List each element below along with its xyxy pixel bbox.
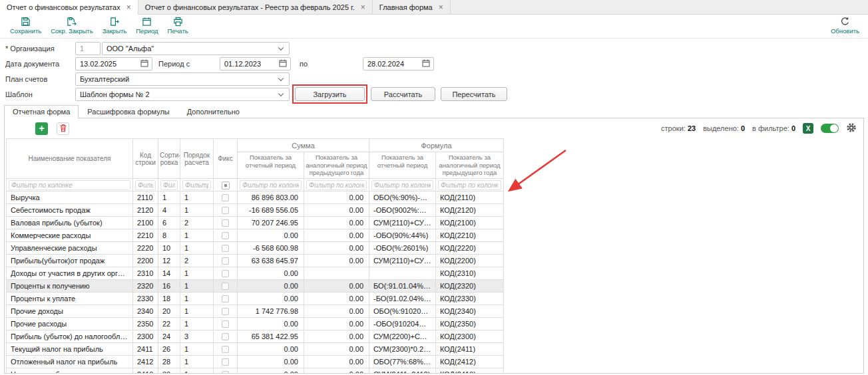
cell-formula_report[interactable]: ОБО(%:90%)-ОБО(9... [369, 191, 436, 204]
tab-additional[interactable]: Дополнительно [178, 105, 248, 118]
cell-formula_prev[interactable]: КОД(2330) [436, 293, 504, 305]
cell-order[interactable]: 1 [180, 305, 214, 318]
cell-sum_prev[interactable]: 0.00 [304, 305, 369, 318]
col-header-sum-report[interactable]: Показатель за отчетный период [238, 152, 304, 179]
save-close-button[interactable]: Сокр. Закрыть [46, 16, 97, 35]
cell-sort[interactable]: 20 [158, 305, 180, 318]
cell-code[interactable]: 2100 [133, 217, 158, 229]
cell-fixed[interactable] [214, 242, 238, 255]
table-row[interactable]: Текущий налог на прибыль24112610.000.00С… [7, 343, 504, 356]
cell-sort[interactable]: 16 [158, 280, 180, 293]
col-header-formula-report[interactable]: Показатель за отчетный период [369, 152, 436, 179]
table-row[interactable]: Проценты к получению23201610.000.00БО(:9… [7, 280, 504, 293]
cell-formula_report[interactable]: СУМ(2200)+СУМ(23... [369, 330, 436, 343]
fixed-checkbox[interactable] [222, 257, 229, 265]
cell-sort[interactable]: 4 [158, 204, 180, 217]
cell-sum_prev[interactable]: 0.00 [304, 356, 369, 368]
fixed-checkbox[interactable] [222, 194, 229, 201]
cell-formula_report[interactable] [369, 267, 436, 280]
cell-code[interactable]: 2310 [133, 267, 158, 280]
cell-code[interactable]: 2110 [133, 191, 158, 204]
fixed-checkbox[interactable] [222, 283, 229, 290]
cell-formula_prev[interactable]: КОД(2210) [436, 229, 504, 242]
cell-formula_report[interactable]: СУМ(2110)+СУМ(21... [369, 255, 436, 267]
cell-sum_report[interactable]: 0.00 [238, 343, 304, 356]
fixed-checkbox[interactable] [222, 232, 229, 239]
filter-input-sum-report[interactable] [240, 180, 302, 190]
cell-fixed[interactable] [214, 356, 238, 368]
cell-sum_prev[interactable]: 0.00 [304, 318, 369, 330]
table-row[interactable]: Коммерческие расходы2210810.000.00-ОБО(9… [7, 229, 504, 242]
cell-formula_prev[interactable]: КОД(2411) [436, 343, 504, 356]
table-row[interactable]: Валовая прибыль (убыток)21006270 207 246… [7, 217, 504, 229]
table-row[interactable]: Налог на прибыль24103010.000.00СУМ(2411,… [7, 368, 504, 374]
fixed-checkbox[interactable] [222, 207, 229, 214]
cell-name[interactable]: Отложенный налог на прибыль [7, 356, 133, 368]
filter-input-formula-prev[interactable] [438, 180, 501, 190]
print-button[interactable]: Печать [163, 16, 193, 35]
col-header-name[interactable]: Наименование показателя [7, 139, 133, 179]
window-tab-main-form[interactable]: Главная форма × [373, 0, 451, 15]
cell-fixed[interactable] [214, 293, 238, 305]
table-row[interactable]: Прочие доходы23402011 742 776.980.00ОБО(… [7, 305, 504, 318]
table-row[interactable]: Отложенный налог на прибыль24122810.000.… [7, 356, 504, 368]
filter-input-sort[interactable] [160, 180, 178, 190]
table-row[interactable]: Прибыль(убыток)от продаж220012263 638 64… [7, 255, 504, 267]
cell-fixed[interactable] [214, 343, 238, 356]
cell-formula_report[interactable]: БО(:91.01.04%:::245... [369, 280, 436, 293]
cell-formula_prev[interactable]: КОД(2110) [436, 191, 504, 204]
cell-formula_prev[interactable]: КОД(2300) [436, 330, 504, 343]
cell-name[interactable]: Управленческие расходы [7, 242, 133, 255]
cell-formula_report[interactable]: -ОБО(%:2601%) [369, 242, 436, 255]
cell-formula_report[interactable]: СУМ(2300)*0.2+СУ... [369, 343, 436, 356]
cell-formula_prev[interactable]: КОД(2340) [436, 305, 504, 318]
cell-sum_prev[interactable]: 0.00 [304, 217, 369, 229]
cell-code[interactable]: 2220 [133, 242, 158, 255]
cell-sum_report[interactable]: 0.00 [238, 318, 304, 330]
table-row[interactable]: Управленческие расходы2220101-6 568 600.… [7, 242, 504, 255]
table-row[interactable]: Прочие расходы23502210.000.00-ОБО(910204… [7, 318, 504, 330]
table-row[interactable]: Прибыль (убыток) до налогообложения23002… [7, 330, 504, 343]
close-button[interactable]: Закрыть [98, 16, 132, 35]
cell-sort[interactable]: 1 [158, 191, 180, 204]
cell-sort[interactable]: 12 [158, 255, 180, 267]
cell-code[interactable]: 2350 [133, 318, 158, 330]
cell-sort[interactable]: 28 [158, 356, 180, 368]
tab-close-icon[interactable]: × [361, 3, 365, 11]
table-row[interactable]: Проценты к уплате23301810.000.00-БО(91.0… [7, 293, 504, 305]
cell-sort[interactable]: 24 [158, 330, 180, 343]
tab-formula-decoding[interactable]: Расшифровка формулы [79, 105, 178, 118]
cell-fixed[interactable] [214, 229, 238, 242]
cell-sort[interactable]: 10 [158, 242, 180, 255]
window-tab-registry[interactable]: Отчет о финансовых результатах - Реестр … [138, 0, 373, 15]
cell-sum_report[interactable]: 0.00 [238, 356, 304, 368]
view-toggle[interactable] [821, 124, 839, 133]
fixed-checkbox[interactable] [222, 333, 229, 340]
tab-close-icon[interactable]: × [439, 3, 443, 11]
cell-sum_report[interactable]: 1 742 776.98 [238, 305, 304, 318]
cell-fixed[interactable] [214, 217, 238, 229]
cell-name[interactable]: Прибыль (убыток) до налогообложения [7, 330, 133, 343]
cell-order[interactable]: 3 [180, 330, 214, 343]
filter-input-formula-report[interactable] [371, 180, 433, 190]
cell-formula_report[interactable]: -ОБО(9002%:%)+ОБ... [369, 204, 436, 217]
col-header-sum-prev[interactable]: Показатель за аналогичный период предыду… [304, 152, 369, 179]
cell-code[interactable]: 2320 [133, 280, 158, 293]
cell-sum_report[interactable]: 0.00 [238, 280, 304, 293]
fixed-checkbox[interactable] [222, 346, 229, 353]
period-to-field[interactable]: 28.02.2024 [363, 57, 434, 70]
cell-fixed[interactable] [214, 330, 238, 343]
template-select[interactable]: Шаблон формы № 2 [75, 88, 290, 101]
cell-order[interactable]: 1 [180, 267, 214, 280]
cell-sum_report[interactable]: 63 638 645.97 [238, 255, 304, 267]
filter-input-name[interactable] [9, 180, 130, 190]
cell-formula_prev[interactable]: КОД(2200) [436, 255, 504, 267]
cell-code[interactable]: 2200 [133, 255, 158, 267]
cell-formula_report[interactable]: СУМ(2411, 2412) [369, 368, 436, 374]
cell-order[interactable]: 1 [180, 204, 214, 217]
cell-sum_prev[interactable] [304, 267, 369, 280]
cell-fixed[interactable] [214, 204, 238, 217]
cell-name[interactable]: Доходы от участия в других организаци... [7, 267, 133, 280]
recalculate-button[interactable]: Пересчитать [441, 87, 507, 101]
export-excel-button[interactable]: X [803, 123, 813, 134]
